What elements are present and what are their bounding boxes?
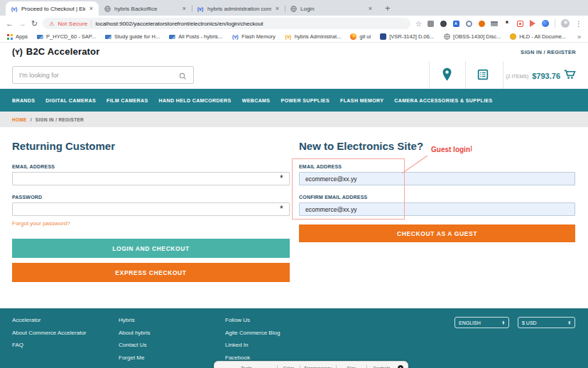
store-locator-pin-icon[interactable] (442, 67, 452, 85)
tab-hybris-admin-console[interactable]: (v) hybris administration console × (192, 1, 285, 16)
nav-item-flash-memory[interactable]: FLASH MEMORY (340, 98, 383, 103)
new-tab-button[interactable]: + (385, 3, 391, 13)
mini-cart[interactable]: (2 ITEMS) $793.76 (506, 70, 576, 82)
footer-link-about-hybris[interactable]: About hybris (119, 327, 150, 340)
breadcrumb-home-link[interactable]: HOME (12, 117, 27, 122)
footer-link-agile-commerce-blog[interactable]: Agile Commerce Blog (225, 327, 280, 340)
capture-color-button[interactable]: Color (281, 366, 297, 368)
footer-link-follow-us[interactable]: Follow Us (225, 314, 280, 327)
footer-column-follow-us: Follow Us Agile Commerce Blog Linked In … (225, 314, 280, 364)
site-header-top: (ʏ) B2C Accelerator SIGN IN / REGISTER (0, 43, 588, 61)
footer-link-linked-in[interactable]: Linked In (225, 339, 280, 352)
tab-login[interactable]: Login × (285, 1, 378, 16)
nav-item-camera-accessories[interactable]: CAMERA ACCESSORIES & SUPPLIES (394, 98, 492, 103)
password-input[interactable] (12, 202, 290, 216)
language-select[interactable]: ENGLISH ▲▼ (454, 317, 509, 328)
atom-ext-icon[interactable] (465, 20, 472, 27)
bookmark-obss[interactable]: [OBSS-1430] Disc... (443, 33, 501, 40)
express-checkout-button[interactable]: EXPRESS CHECKOUT (12, 263, 290, 282)
bookmark-study-guide[interactable]: Study guide for H... (105, 33, 160, 40)
asterisk-ext-icon[interactable]: * (503, 20, 511, 27)
site-footer: Accelerator About Commerce Accelerator F… (0, 308, 588, 368)
checkout-as-guest-button[interactable]: CHECKOUT AS A GUEST (299, 224, 575, 242)
capture-transparency-button[interactable]: Transparency (303, 366, 333, 368)
bookmark-label: Apps (16, 33, 28, 40)
screenshot-ext-icon[interactable] (427, 20, 434, 27)
bookmark-phycd[interactable]: P_HYCD_60 - SAP... (37, 33, 96, 40)
orange-dot-ext-icon[interactable] (478, 20, 485, 27)
login-and-checkout-button[interactable]: LOGIN AND CHECKOUT (12, 239, 290, 258)
guest-email-label: EMAIL ADDRESS (299, 164, 342, 169)
tab-close-icon[interactable]: × (275, 5, 280, 12)
bookmark-apps[interactable]: Apps (7, 33, 28, 40)
capture-toolbar-separator (336, 365, 337, 368)
guest-confirm-email-input[interactable] (299, 202, 575, 216)
tab-close-icon[interactable]: × (182, 5, 187, 12)
footer-link-accelerator[interactable]: Accelerator (12, 314, 87, 327)
footer-link-contact-us[interactable]: Contact Us (119, 339, 150, 352)
bookmark-star-icon[interactable]: ☆ (415, 20, 422, 28)
footer-link-about-commerce-accelerator[interactable]: About Commerce Accelerator (12, 327, 87, 340)
site-logo[interactable]: (ʏ) B2C Accelerator (12, 46, 100, 57)
bookmark-flash-memory[interactable]: (v)Flash Memory (232, 33, 276, 40)
forward-icon[interactable]: → (18, 19, 26, 28)
reload-icon[interactable]: ↻ (31, 19, 38, 28)
browser-menu-icon[interactable]: ⋮ (575, 20, 582, 28)
tab-title: Proceed to Checkout | Electron (21, 6, 85, 12)
breadcrumb-separator: / (31, 117, 32, 122)
gear-icon[interactable] (398, 365, 403, 368)
back-icon[interactable]: ← (6, 19, 13, 28)
capture-frame-ext-icon[interactable] (516, 20, 523, 27)
nav-item-film-cameras[interactable]: FILM CAMERAS (107, 98, 148, 103)
blue-sphere-ext-icon[interactable] (542, 20, 549, 27)
bookmark-vsr[interactable]: [VSR-3142] D.06... (380, 33, 434, 40)
footer-link-hybris[interactable]: Hybris (119, 314, 150, 327)
footer-link-faq[interactable]: FAQ (12, 339, 87, 352)
capture-size-button[interactable]: Size (339, 366, 364, 368)
text-cursor (471, 146, 472, 151)
search-icon[interactable] (179, 70, 187, 83)
translate-ext-icon[interactable]: A (452, 20, 459, 27)
moon-ext-icon[interactable] (440, 20, 447, 27)
address-bar[interactable]: ⚠ Not Secure localhost:9002/yaccelerator… (43, 18, 410, 29)
tab-close-icon[interactable]: × (368, 5, 373, 12)
nav-item-digital-cameras[interactable]: DIGITAL CAMERAS (45, 98, 96, 103)
capture-controls-button[interactable]: Controls (369, 366, 393, 368)
bookmark-all-posts[interactable]: All Posts - hybris... (169, 33, 222, 40)
capture-toolbar-separator (277, 365, 278, 368)
bookmark-git-ui[interactable]: git ui (350, 33, 371, 40)
sign-in-register-link[interactable]: SIGN IN / REGISTER (521, 49, 576, 55)
tab-title: Login (300, 6, 364, 12)
play-arrow-ext-icon[interactable] (529, 20, 536, 27)
bookmark-hld[interactable]: HLD - All Docume... (510, 33, 566, 40)
jira-favicon-icon (380, 33, 386, 40)
forgot-password-link[interactable]: Forgot your password? (12, 220, 70, 227)
bookmarks-overflow-icon[interactable]: » (577, 33, 581, 40)
nav-item-webcams[interactable]: WEBCAMS (242, 98, 271, 103)
hybris-favicon-icon: (v) (197, 5, 204, 12)
tab-proceed-to-checkout[interactable]: (v) Proceed to Checkout | Electron × (6, 1, 99, 16)
globe-favicon-icon (443, 33, 450, 40)
tab-hybris-backoffice[interactable]: hybris Backoffice × (99, 1, 192, 16)
globe-favicon-icon (104, 5, 111, 12)
search-input[interactable] (12, 66, 194, 84)
bookmark-hybris-admin[interactable]: (v)hybris Administrat... (285, 33, 341, 40)
profile-avatar[interactable] (561, 19, 570, 28)
tab-title: hybris Backoffice (114, 6, 178, 12)
nav-item-hand-held-camcorders[interactable]: HAND HELD CAMCORDERS (159, 98, 232, 103)
bookmark-label: git ui (359, 33, 371, 40)
currency-select[interactable]: $ USD ▲▼ (518, 317, 575, 328)
nav-item-brands[interactable]: BRANDS (12, 98, 35, 103)
nav-item-power-supplies[interactable]: POWER SUPPLIES (281, 98, 330, 103)
guest-email-input[interactable] (299, 172, 575, 185)
tab-close-icon[interactable]: × (89, 5, 94, 12)
returning-email-input[interactable] (12, 172, 290, 185)
cart-items-count: (2 ITEMS) (506, 74, 528, 79)
capture-tools-button[interactable]: Tools (219, 366, 274, 368)
footer-link-forget-me[interactable]: Forget Me (119, 352, 150, 364)
display-ext-icon[interactable] (491, 20, 498, 27)
footer-column-hybris: Hybris About hybris Contact Us Forget Me (119, 314, 150, 364)
required-asterisk-icon: * (280, 204, 283, 214)
order-list-icon[interactable] (477, 69, 489, 83)
hybris-favicon-icon: (v) (11, 5, 18, 12)
